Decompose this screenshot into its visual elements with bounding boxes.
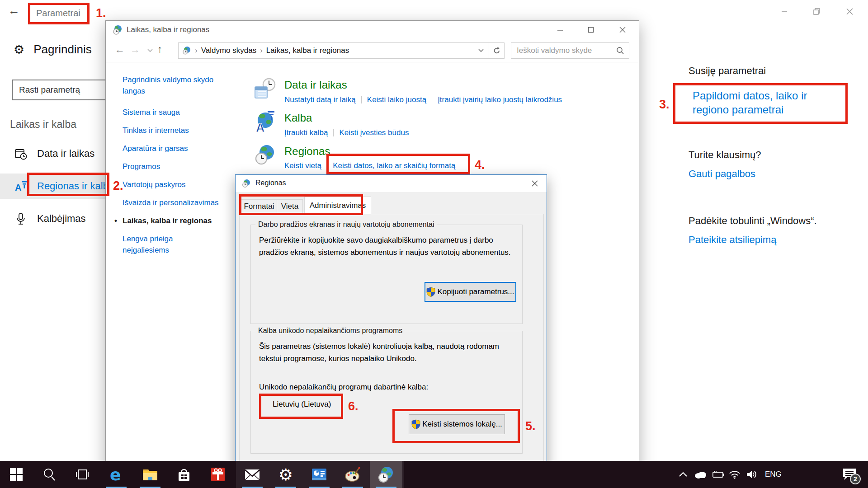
cp-link-add-clocks[interactable]: Įtraukti įvairių laiko juostų laikrodžiu… (438, 95, 562, 104)
date-time-icon (254, 77, 277, 100)
history-chevron-icon[interactable] (147, 49, 153, 52)
taskbar-search-button[interactable] (33, 461, 66, 488)
cp-link-change-input-methods[interactable]: Keisti įvesties būdus (339, 128, 409, 137)
sidebar-section-header: Laikas ir kalba (10, 118, 76, 131)
region-clock-icon (112, 24, 123, 35)
cp-nav-ease-of-access[interactable]: Lengva prieiga neįgaliesiems (123, 233, 220, 256)
breadcrumb[interactable]: › Valdymo skydas › Laikas, kalba ir regi… (178, 42, 505, 59)
annotation-label-6: 6. (348, 399, 359, 413)
refresh-button[interactable] (489, 43, 504, 58)
breadcrumb-item-control-panel[interactable]: Valdymo skydas (201, 46, 257, 55)
taskbar-region-window-button[interactable] (370, 461, 402, 488)
uac-shield-icon (426, 287, 435, 297)
cp-titlebar[interactable]: Laikas, kalba ir regionas (106, 21, 639, 39)
windows-logo-icon (9, 468, 23, 481)
back-arrow-icon[interactable]: ← (8, 4, 20, 18)
annotation-label-2: 2. (113, 179, 123, 193)
cp-section-title-region: Regionas (284, 145, 330, 158)
gear-icon: ⚙ (14, 42, 24, 56)
welcome-screen-group: Darbo pradžios ekranas ir naujų vartotoj… (250, 225, 523, 324)
region-clock-icon (377, 465, 395, 483)
feedback-link[interactable]: Pateikite atsiliepimą (689, 234, 776, 246)
onedrive-cloud-icon[interactable] (692, 461, 709, 488)
cp-nav-clock-language-region[interactable]: Laikas, kalba ir regionas (123, 215, 220, 226)
task-view-icon (75, 468, 90, 481)
get-help-link[interactable]: Gauti pagalbos (689, 168, 755, 180)
up-arrow-icon[interactable]: ↑ (157, 44, 162, 54)
action-center-button[interactable]: 2 (842, 467, 857, 482)
forward-arrow-icon[interactable]: → (130, 45, 140, 55)
cp-nav-system-security[interactable]: Sistema ir sauga (123, 107, 220, 118)
close-button[interactable] (839, 5, 860, 18)
cp-link-set-date-time[interactable]: Nustatyti datą ir laiką (284, 95, 356, 104)
sidebar-item-label: Data ir laikas (37, 148, 94, 160)
minimize-button[interactable] (774, 5, 795, 18)
dialog-titlebar[interactable]: Regionas (236, 175, 547, 192)
cp-section-title-date-time: Data ir laikas (284, 79, 347, 91)
cp-nav-network-internet[interactable]: Tinklas ir internetas (123, 125, 220, 136)
store-icon (176, 467, 192, 482)
file-explorer-icon (142, 467, 158, 482)
cp-nav-appearance[interactable]: Išvaizda ir personalizavimas (123, 197, 220, 208)
taskbar-settings-button[interactable]: ⚙ (269, 461, 302, 488)
group-description: Peržiūrėkite ir kopijuokite savo daugiak… (259, 234, 515, 258)
taskbar-store-button[interactable] (168, 461, 200, 488)
sidebar-item-home[interactable]: ⚙ Pagrindinis (14, 42, 92, 56)
taskbar-report-app-button[interactable] (303, 461, 335, 488)
search-icon (616, 47, 624, 55)
current-language-label: Unikodo nepalaikančių programų dabartinė… (259, 381, 515, 393)
region-clock-icon (182, 46, 191, 55)
group-title: Darbo pradžios ekranas ir naujų vartotoj… (255, 221, 437, 229)
annotation-box-administrative-tab (239, 194, 363, 215)
cp-search-placeholder: Ieškoti valdymo skyde (517, 46, 616, 55)
settings-search-placeholder: Rasti parametrą (19, 85, 80, 95)
wifi-icon[interactable] (726, 461, 743, 488)
svg-text:e: e (110, 465, 121, 483)
desktop-screen: ← Parametrai ⚙ Pagrindinis Rasti paramet… (0, 0, 868, 488)
cp-nav-hardware-sound[interactable]: Aparatūra ir garsas (123, 143, 220, 154)
task-view-button[interactable] (66, 461, 99, 488)
restore-button[interactable] (807, 5, 827, 18)
maximize-button[interactable] (580, 21, 601, 39)
breadcrumb-item-current[interactable]: Laikas, kalba ir regionas (266, 46, 349, 55)
start-button[interactable] (0, 461, 33, 488)
taskbar-file-explorer-button[interactable] (134, 461, 166, 488)
cp-nav-home[interactable]: Pagrindinis valdymo skydo langas (123, 74, 220, 97)
paint-palette-icon (344, 466, 361, 483)
annotation-label-4: 4. (475, 158, 485, 172)
notification-badge: 2 (850, 474, 861, 484)
cp-link-change-location[interactable]: Keisti vietą (284, 161, 321, 170)
cp-link-change-timezone[interactable]: Keisti laiko juostą (367, 95, 426, 104)
edge-icon: e (107, 465, 125, 483)
cp-section-title-language: Kalba (284, 112, 312, 124)
battery-icon[interactable] (709, 461, 726, 488)
group-description: Šis parametras (sistemos lokalė) kontrol… (259, 340, 515, 365)
cp-nav-user-accounts[interactable]: Vartotojų paskyros (123, 179, 220, 190)
cp-link-add-language[interactable]: Įtraukti kalbą (284, 128, 328, 137)
gear-icon: ⚙ (278, 465, 293, 484)
copy-settings-button[interactable]: Kopijuoti parametrus... (425, 282, 516, 302)
minimize-button[interactable] (550, 21, 571, 39)
close-button[interactable] (612, 21, 633, 39)
tray-chevron-up-icon[interactable] (675, 461, 692, 488)
taskbar-get-office-button[interactable] (202, 461, 234, 488)
annotation-box-3 (673, 83, 848, 124)
microphone-icon (14, 212, 27, 225)
calendar-clock-icon (14, 147, 27, 160)
report-tile-icon (311, 467, 327, 482)
address-dropdown-button[interactable] (473, 43, 489, 58)
region-clock-icon (242, 179, 251, 188)
cp-window-title: Laikas, kalba ir regionas (127, 25, 209, 34)
volume-icon[interactable] (743, 461, 760, 488)
cp-nav-programs[interactable]: Programos (123, 161, 220, 172)
system-tray: ENG (675, 461, 786, 488)
back-arrow-icon[interactable]: ← (115, 45, 125, 55)
cp-search-input[interactable]: Ieškoti valdymo skyde (511, 42, 629, 59)
taskbar-edge-button[interactable]: e (100, 461, 132, 488)
close-button[interactable] (523, 175, 547, 191)
language-indicator[interactable]: ENG (760, 470, 786, 479)
cp-address-bar: ← → ↑ › Valdymo skydas › Laikas, kalba i… (106, 39, 639, 62)
button-label: Kopijuoti parametrus... (437, 287, 514, 296)
taskbar-paint-button[interactable] (336, 461, 369, 488)
taskbar-mail-button[interactable] (236, 461, 269, 488)
